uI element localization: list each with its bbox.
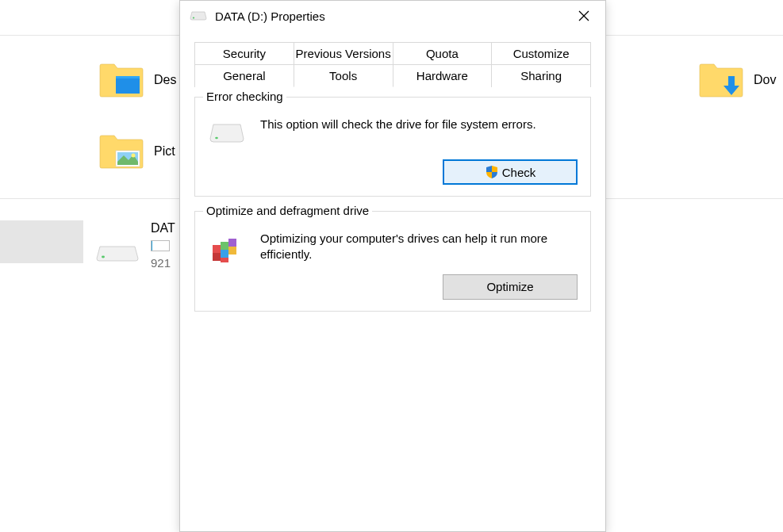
folder-item-pictures[interactable]: Pict [98, 133, 175, 169]
error-checking-text: This option will check the drive for fil… [260, 117, 578, 132]
drive-icon [190, 10, 207, 21]
properties-dialog: DATA (D:) Properties Security Previous V… [179, 0, 606, 532]
drive-usage-bar [151, 240, 170, 251]
group-error-checking: Error checking This option will check th… [194, 97, 591, 197]
tabs-area: Security Previous Versions Quota Customi… [180, 31, 605, 87]
group-title: Error checking [203, 90, 286, 103]
svg-rect-1 [116, 76, 140, 78]
tab-tools[interactable]: Tools [294, 64, 393, 87]
folder-pictures-icon [98, 133, 144, 169]
check-button[interactable]: Check [443, 159, 578, 185]
folder-downloads-icon [698, 62, 744, 98]
tab-quota[interactable]: Quota [393, 42, 493, 65]
folder-desktop-icon [98, 62, 144, 98]
tab-tools-content: Error checking This option will check th… [180, 87, 605, 326]
tab-general[interactable]: General [194, 64, 294, 87]
dialog-title: DATA (D:) Properties [215, 10, 558, 23]
group-optimize: Optimize and defragment drive Optimizing… [194, 211, 591, 312]
sidebar-selection [0, 220, 83, 263]
close-icon [578, 10, 589, 21]
folder-label: Dov [754, 73, 776, 87]
group-title: Optimize and defragment drive [203, 204, 372, 217]
drive-label: DAT [151, 221, 175, 235]
tab-sharing[interactable]: Sharing [491, 64, 591, 87]
svg-point-5 [102, 256, 105, 258]
svg-rect-13 [221, 242, 228, 250]
svg-rect-0 [116, 76, 140, 94]
drive-icon [94, 231, 141, 266]
optimize-button-label: Optimize [486, 280, 533, 293]
drive-icon [208, 117, 246, 148]
titlebar[interactable]: DATA (D:) Properties [180, 1, 605, 31]
shield-icon [485, 165, 499, 179]
tab-previous-versions[interactable]: Previous Versions [294, 42, 393, 65]
svg-rect-12 [221, 250, 228, 258]
optimize-text: Optimizing your computer's drives can he… [260, 231, 578, 263]
close-button[interactable] [566, 3, 602, 29]
folder-label: Pict [154, 144, 175, 159]
folder-item-desktop[interactable]: Des [98, 62, 176, 98]
check-button-label: Check [502, 166, 536, 179]
tab-hardware[interactable]: Hardware [393, 64, 493, 87]
defrag-icon [208, 231, 246, 262]
drive-size: 921 [151, 256, 175, 270]
folder-item-downloads[interactable]: Dov [698, 62, 776, 98]
svg-point-9 [215, 137, 218, 140]
svg-rect-11 [213, 253, 221, 261]
svg-rect-15 [228, 239, 236, 247]
svg-rect-16 [221, 258, 228, 262]
drive-info: DAT 921 [151, 221, 175, 270]
tab-security[interactable]: Security [194, 42, 294, 65]
folder-label: Des [154, 73, 176, 87]
drive-item[interactable]: DAT 921 [94, 221, 175, 270]
svg-rect-10 [213, 245, 221, 253]
svg-point-6 [193, 17, 194, 19]
optimize-button[interactable]: Optimize [443, 274, 578, 300]
svg-point-4 [132, 154, 136, 158]
svg-rect-14 [228, 247, 236, 255]
tab-customize[interactable]: Customize [491, 42, 591, 65]
